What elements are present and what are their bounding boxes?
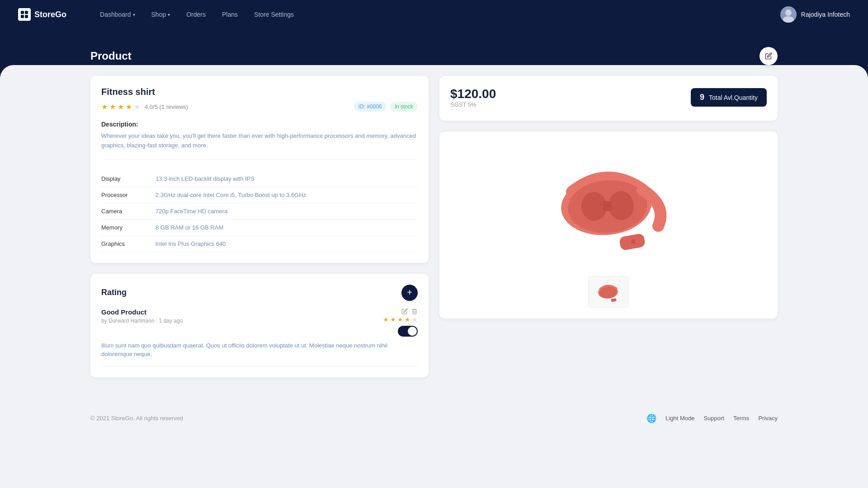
product-main-image bbox=[482, 142, 735, 269]
svg-rect-1 bbox=[25, 11, 28, 14]
footer: © 2021 StoreGo. All rights reserved 🌐 Li… bbox=[0, 404, 868, 432]
product-name: Fitness shirt bbox=[101, 87, 418, 97]
product-info-card: Fitness shirt ★ ★ ★ ★ ★ 4.0/5 (1 reviews… bbox=[90, 76, 429, 263]
svg-rect-2 bbox=[21, 15, 24, 18]
quantity-badge: 9 Total Avl.Quantity bbox=[691, 88, 767, 107]
svg-rect-3 bbox=[25, 15, 28, 18]
spec-row-graphics: Graphics Intel Iris Plus Graphics 640 bbox=[101, 236, 418, 252]
spec-row-processor: Processor 2.3GHz dual-core Intel Core i5… bbox=[101, 187, 418, 203]
star-3: ★ bbox=[118, 103, 124, 111]
add-review-button[interactable]: + bbox=[401, 285, 418, 301]
review-meta-row: Good Product by Durward Hartmann : 1 day… bbox=[101, 308, 418, 337]
svg-point-5 bbox=[783, 16, 794, 23]
rating-text: 4.0/5 (1 reviews) bbox=[145, 103, 188, 110]
star-1: ★ bbox=[101, 103, 108, 111]
star-rating: ★ ★ ★ ★ ★ 4.0/5 (1 reviews) bbox=[101, 103, 188, 111]
footer-terms[interactable]: Terms bbox=[733, 415, 749, 422]
review-author: by Durward Hartmann : 1 day ago bbox=[101, 318, 183, 324]
description-text: Wherever your ideas take you, you'll get… bbox=[101, 131, 418, 160]
star-2: ★ bbox=[109, 103, 116, 111]
footer-light-mode[interactable]: Light Mode bbox=[665, 415, 694, 422]
navbar: StoreGo Dashboard ▾ Shop ▾ Orders Plans … bbox=[0, 0, 868, 29]
logo-text: StoreGo bbox=[34, 10, 66, 19]
product-meta: ★ ★ ★ ★ ★ 4.0/5 (1 reviews) ID: #0006 In… bbox=[101, 102, 418, 112]
edit-review-button[interactable] bbox=[401, 308, 408, 316]
nav-plans[interactable]: Plans bbox=[216, 7, 244, 22]
sgst-text: SGST 5% bbox=[450, 101, 496, 108]
footer-privacy[interactable]: Privacy bbox=[758, 415, 778, 422]
user-name: Rajodiya Infotech bbox=[801, 11, 850, 18]
toggle-knob bbox=[408, 327, 417, 336]
thumbnail-1[interactable] bbox=[588, 276, 629, 308]
star-4: ★ bbox=[126, 103, 132, 111]
description-label: Description: bbox=[101, 121, 418, 128]
spec-row-memory: Memory 8 GB RAM or 16 GB RAM bbox=[101, 220, 418, 236]
nav-links: Dashboard ▾ Shop ▾ Orders Plans Store Se… bbox=[94, 7, 780, 22]
svg-point-12 bbox=[631, 239, 636, 244]
quantity-number: 9 bbox=[700, 93, 704, 102]
price-info: $120.00 SGST 5% bbox=[450, 87, 496, 108]
review-stars: ★ ★ ★ ★ ★ bbox=[383, 316, 418, 323]
spec-row-display: Display 13.3-inch LED-backlit display wi… bbox=[101, 171, 418, 187]
right-column: $120.00 SGST 5% 9 Total Avl.Quantity bbox=[439, 76, 778, 377]
page-header: Product bbox=[0, 47, 868, 65]
globe-icon: 🌐 bbox=[646, 413, 656, 423]
page-title: Product bbox=[90, 50, 132, 62]
delete-review-button[interactable] bbox=[411, 308, 418, 316]
chevron-down-icon: ▾ bbox=[133, 12, 135, 17]
logo[interactable]: StoreGo bbox=[18, 8, 66, 21]
quantity-label: Total Avl.Quantity bbox=[709, 94, 758, 101]
footer-links: 🌐 Light Mode Support Terms Privacy bbox=[646, 413, 778, 423]
edit-button[interactable] bbox=[760, 47, 778, 65]
review-toggle[interactable] bbox=[398, 326, 418, 337]
logo-icon bbox=[18, 8, 31, 21]
review-info: Good Product by Durward Hartmann : 1 day… bbox=[101, 308, 183, 324]
price-header: $120.00 SGST 5% 9 Total Avl.Quantity bbox=[450, 87, 767, 108]
review-item: Good Product by Durward Hartmann : 1 day… bbox=[101, 308, 418, 366]
footer-support[interactable]: Support bbox=[703, 415, 724, 422]
review-text: Illum sunt nam quo quibusdam quaerat. Qu… bbox=[101, 341, 418, 359]
nav-orders[interactable]: Orders bbox=[180, 7, 212, 22]
price-card: $120.00 SGST 5% 9 Total Avl.Quantity bbox=[439, 76, 778, 121]
rating-header: Rating + bbox=[101, 285, 418, 301]
product-id-badge: ID: #0006 bbox=[354, 102, 387, 112]
footer-copyright: © 2021 StoreGo. All rights reserved bbox=[90, 415, 183, 422]
user-menu[interactable]: Rajodiya Infotech bbox=[780, 6, 850, 23]
rating-card: Rating + Good Product by Durward Hartman… bbox=[90, 274, 429, 377]
rating-title: Rating bbox=[101, 288, 127, 297]
avatar bbox=[780, 6, 797, 23]
price-amount: $120.00 bbox=[450, 87, 496, 101]
svg-rect-10 bbox=[603, 201, 612, 211]
nav-shop[interactable]: Shop ▾ bbox=[145, 7, 177, 22]
spec-row-camera: Camera 720p FaceTime HD camera bbox=[101, 203, 418, 220]
svg-rect-0 bbox=[21, 11, 24, 14]
review-title: Good Product bbox=[101, 308, 183, 316]
specs-table: Display 13.3-inch LED-backlit display wi… bbox=[101, 171, 418, 252]
chevron-down-icon: ▾ bbox=[168, 12, 170, 17]
thumbnail-row bbox=[588, 276, 629, 308]
review-actions bbox=[401, 308, 418, 316]
review-right: ★ ★ ★ ★ ★ bbox=[383, 308, 418, 337]
nav-store-settings[interactable]: Store Settings bbox=[248, 7, 300, 22]
product-image-card bbox=[439, 131, 778, 319]
nav-dashboard[interactable]: Dashboard ▾ bbox=[94, 7, 142, 22]
svg-rect-15 bbox=[611, 298, 617, 302]
svg-point-4 bbox=[785, 9, 792, 16]
product-svg bbox=[536, 156, 681, 255]
stock-badge: In stock bbox=[390, 102, 418, 112]
main-content: Fitness shirt ★ ★ ★ ★ ★ 4.0/5 (1 reviews… bbox=[0, 76, 868, 377]
left-column: Fitness shirt ★ ★ ★ ★ ★ 4.0/5 (1 reviews… bbox=[90, 76, 429, 377]
product-badges: ID: #0006 In stock bbox=[354, 102, 418, 112]
star-5: ★ bbox=[134, 103, 140, 111]
